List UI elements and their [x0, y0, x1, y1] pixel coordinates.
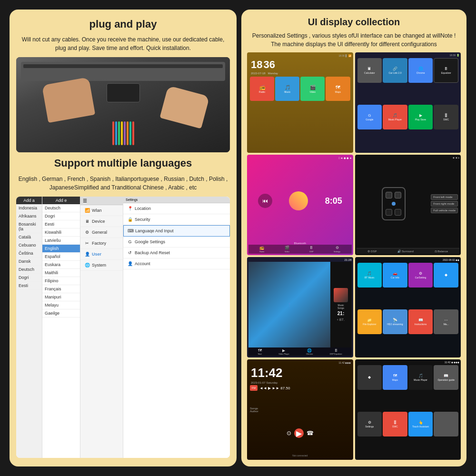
submenu-security[interactable]: 🔒Security: [123, 214, 230, 225]
app-carsetting[interactable]: ⚙CarSetting: [408, 263, 433, 288]
surround-label: 🔊 Surround: [397, 249, 413, 253]
bottom-videoplayer[interactable]: ▶Video Player: [278, 348, 289, 355]
app-settings2[interactable]: ⚙Settings: [357, 412, 382, 436]
app-hd2streaming[interactable]: 📡HD2 streaming: [383, 309, 407, 334]
cell8-icons: ◆ 🗺Maps 🎵Music Player 📖Operation guide ⚙…: [357, 364, 460, 458]
menu-general[interactable]: ⚙General: [80, 227, 123, 238]
dsp-mode-buttons: Front left mode Front right mode Full ve…: [431, 159, 459, 248]
nav-music-label: MusicSongs: [337, 304, 344, 309]
front-right-mode[interactable]: Front right mode: [431, 201, 458, 207]
bottom-video[interactable]: 🎬Video: [285, 246, 289, 253]
nav-speed: ‹ 87.: [337, 317, 345, 322]
cell7-content: FM ◄◄ ▶ ►► 87.50 SongsAuthor ⊙ ▶ ☎ Not c…: [249, 384, 351, 458]
plug-play-image: [16, 57, 230, 152]
bottom-navi[interactable]: 🗺Navi: [258, 348, 262, 355]
menu-system[interactable]: 🌐System: [80, 260, 123, 271]
cell7-song: SongsAuthor: [250, 407, 350, 413]
ui-cell-bluetooth: □ ● ◆ ◆ ● ⏮ 8:05 Bluetooth 📻Radio 🎬Video…: [247, 155, 353, 255]
app-icon-music[interactable]: 🎵Music: [275, 77, 299, 101]
nav-music-panel: MusicSongs 21: ‹ 87.: [330, 262, 352, 347]
cell7-controls: ⊙ ▶ ☎: [250, 428, 350, 438]
lang-item: Gaeilge: [42, 309, 80, 317]
settings-submenu-col: Settings 📍Location 🔒Security ⌨Languaqe A…: [123, 197, 230, 458]
app-instructions[interactable]: 📖Instructions: [408, 309, 433, 334]
lang-col-2: Add e Deutsch Dogri Eesti Kiswahili Latv…: [42, 197, 80, 458]
settings-menu-col: ☰ 📶Wlan 🖥Device ⚙General ✂Factory 👤User: [80, 197, 123, 458]
bottom-dsp[interactable]: 🎚DSP: [309, 246, 313, 253]
lang-item: Latviešu: [42, 237, 80, 245]
app-maps2[interactable]: 🗺Maps: [383, 365, 407, 390]
lang-item: Manipuri: [42, 293, 80, 301]
cell5-main: ↑ MusicSongs 21: ‹ 87.: [248, 262, 352, 347]
app-google[interactable]: GGoogle: [357, 105, 382, 129]
app-chrome[interactable]: 🌐Chrome: [408, 58, 433, 83]
cell5-status: 21:28: [248, 258, 352, 261]
submenu-backup[interactable]: ↺Backup And Reset: [123, 248, 230, 258]
submenu-location[interactable]: 📍Location: [123, 203, 230, 214]
cell4-bottom: ⚙ DSP 🔊 Surround ⚖ Balance: [357, 248, 460, 254]
cell2-icons: 🖩Calculator 🔗Car Link 2.0 🌐Chrome 🎚Equal…: [357, 57, 460, 151]
nav-album-art: [334, 288, 348, 302]
app-equalizer[interactable]: 🎚Equalizer: [434, 58, 458, 83]
plug-play-title: plug and play: [16, 18, 230, 30]
app-blank: [434, 412, 458, 436]
car-top-view: [357, 159, 431, 248]
lang-item: Deutsch: [42, 204, 80, 212]
app-fileexplorer[interactable]: 📁File Explorer: [357, 309, 382, 334]
full-vehicle-mode[interactable]: Full vehicle mode: [431, 208, 458, 213]
front-left-mode[interactable]: Front left mode: [431, 194, 458, 200]
cell3-status: □ ● ◆ ◆ ●: [248, 156, 352, 159]
languages-title: Support multiple languages: [16, 157, 230, 169]
app-icon-video[interactable]: 🎬Video: [300, 77, 325, 101]
cell1-time: 1836: [249, 58, 351, 72]
app-icon-radio[interactable]: 📻Radio: [250, 77, 274, 101]
bottom-radio[interactable]: 📻Radio: [259, 246, 264, 253]
lang-header-1: Add a: [16, 197, 42, 204]
menu-wlan[interactable]: 📶Wlan: [80, 205, 123, 216]
app-more[interactable]: ⋯Ma...: [434, 309, 458, 334]
app-musicplayer[interactable]: 🎵Music Player: [383, 105, 407, 129]
main-container: plug and play Will not cut any cables. O…: [5, 5, 471, 471]
app-btmusic[interactable]: 🎵BT Music: [357, 263, 382, 288]
menu-device[interactable]: 🖥Device: [80, 216, 123, 227]
menu-factory[interactable]: ✂Factory: [80, 238, 123, 249]
lang-item: English: [42, 245, 80, 253]
app-carinfo[interactable]: 🚗Car Info: [383, 263, 407, 288]
lang-item: Català: [16, 233, 42, 241]
bottom-dsp2[interactable]: 🎚DSP Equalizer: [330, 348, 342, 355]
ui-cell-clock2: 11:42 ◆◆◆ 11:42 2023-01-07 Saturday FM ◄…: [247, 359, 353, 460]
app-icon-maps[interactable]: 🗺Maps: [326, 77, 350, 101]
app-something[interactable]: ◆: [434, 263, 458, 288]
lang-header-2: Add e: [42, 197, 80, 204]
lang-item: Français: [42, 285, 80, 293]
app-something2[interactable]: ◆: [357, 365, 382, 390]
cell6-icons: 🎵BT Music 🚗Car Info ⚙CarSetting ◆ 📁File …: [357, 262, 460, 356]
lang-item: Deutsch: [16, 266, 42, 274]
lang-item: Afrikaans: [16, 212, 42, 220]
submenu-language[interactable]: ⌨Languaqe And Input: [123, 225, 230, 237]
lang-item: Dogri: [16, 274, 42, 282]
dsp-label: ⚙ DSP: [367, 249, 377, 253]
submenu-account[interactable]: 👤Account: [123, 258, 230, 269]
cell7-notconnected: Not connected: [250, 454, 350, 457]
app-carlink[interactable]: 🔗Car Link 2.0: [383, 58, 407, 83]
submenu-google[interactable]: GGoogle Settings: [123, 237, 230, 248]
bottom-settings[interactable]: ⚙Settings: [334, 246, 340, 253]
app-swc2[interactable]: 🎛SWC: [383, 412, 407, 436]
cell3-bottom-bar: 📻Radio 🎬Video 🎚DSP ⚙Settings: [248, 245, 352, 254]
ui-collection-description: Personalized Settings , various styles o…: [247, 31, 461, 49]
cell5-bottom: 🗺Navi ▶Video Player 🌐Chrome 🎚DSP Equaliz…: [248, 347, 352, 356]
menu-user[interactable]: 👤User: [80, 249, 123, 260]
app-touchassist[interactable]: 👆Touch Assistant: [408, 412, 433, 436]
app-opguide[interactable]: 📖Operation guide: [434, 365, 458, 390]
cell1-icons: 📻Radio 🎵Music 🎬Video 🗺Maps: [249, 76, 351, 151]
lang-item: Español: [42, 253, 80, 261]
lang-item: Bosanski (la: [16, 220, 42, 233]
app-playstore[interactable]: ▶Play Store: [408, 105, 433, 129]
left-panel: plug and play Will not cut any cables. O…: [10, 10, 237, 466]
app-swc[interactable]: 🎛SWC: [434, 105, 458, 129]
nav-map: ↑: [248, 262, 330, 347]
app-calc[interactable]: 🖩Calculator: [357, 58, 382, 83]
app-musicplayer2[interactable]: 🎵Music Player: [408, 365, 433, 390]
bottom-chrome2[interactable]: 🌐Chrome: [306, 348, 313, 355]
